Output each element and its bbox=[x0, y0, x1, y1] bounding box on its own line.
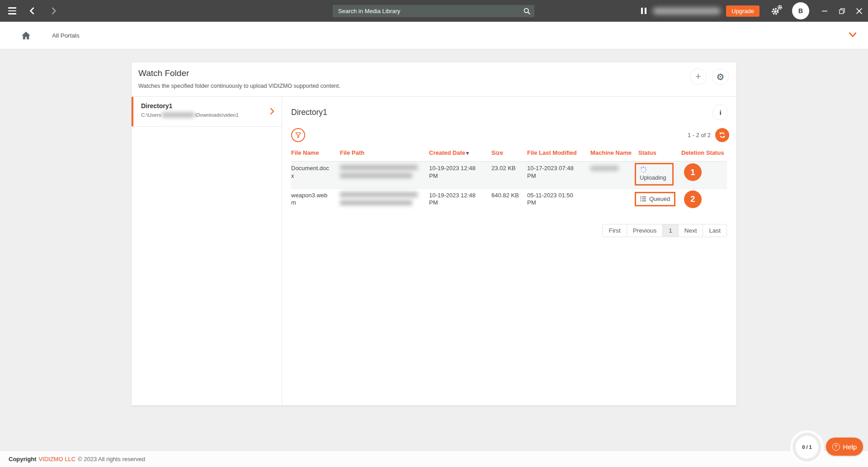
cell-created-date: 10-19-2023 12:48 PM bbox=[429, 165, 491, 180]
directory-list-item[interactable]: Directory1 C:\Users\Downloads\video1 bbox=[132, 97, 282, 127]
gear-icon: ⚙ bbox=[717, 72, 725, 81]
refresh-button[interactable] bbox=[715, 128, 729, 142]
panel-title: Directory1 bbox=[291, 108, 729, 117]
close-icon[interactable] bbox=[855, 7, 863, 14]
table-row[interactable]: weapon3.webm 10-19-2023 12:48 PM 640.82 … bbox=[291, 189, 727, 211]
cell-file-last-modified: 05-11-2023 01:50 PM bbox=[527, 192, 590, 207]
col-deletion-status[interactable]: Deletion Status bbox=[681, 149, 726, 157]
pagination-next-button[interactable]: Next bbox=[678, 224, 703, 237]
breadcrumb: All Portals bbox=[0, 22, 868, 49]
funnel-icon bbox=[295, 132, 302, 139]
col-size[interactable]: Size bbox=[491, 149, 527, 157]
files-table: File Name File Path Created Date▾ Size F… bbox=[291, 149, 727, 237]
toolbar-right: 1 - 2 of 2 bbox=[688, 128, 729, 142]
upgrade-button[interactable]: Upgrade bbox=[726, 5, 760, 17]
automation-gears-icon[interactable] bbox=[770, 4, 783, 18]
directory-panel: Directory1 i 1 - 2 of 2 bbox=[282, 97, 736, 405]
col-status[interactable]: Status bbox=[638, 149, 681, 157]
forward-arrow-icon[interactable] bbox=[49, 6, 58, 15]
pagination-last-button[interactable]: Last bbox=[703, 224, 727, 237]
annotation-badge-1: 1 bbox=[684, 163, 702, 181]
cell-size: 640.82 KB bbox=[491, 192, 527, 199]
pause-icon[interactable] bbox=[641, 8, 646, 14]
cell-size: 23.02 KB bbox=[491, 165, 527, 172]
cell-status: Uploading bbox=[638, 165, 681, 185]
status-label: Queued bbox=[649, 195, 670, 203]
question-icon: ? bbox=[832, 443, 840, 451]
media-library-search bbox=[333, 5, 534, 17]
cell-status: Queued bbox=[638, 192, 681, 206]
pagination-page-1-button[interactable]: 1 bbox=[662, 224, 679, 237]
col-machine-name[interactable]: Machine Name bbox=[590, 149, 638, 157]
cell-file-last-modified: 10-17-2023 07:48 PM bbox=[527, 165, 590, 180]
main-content: Watch Folder Watches the specified folde… bbox=[0, 49, 868, 450]
col-created-date[interactable]: Created Date▾ bbox=[429, 149, 491, 157]
top-bar: Upgrade B bbox=[0, 0, 868, 22]
status-label: Uploading bbox=[640, 174, 669, 181]
search-input[interactable] bbox=[333, 8, 519, 14]
pagination-first-button[interactable]: First bbox=[602, 224, 627, 237]
cell-deletion-status: 1 bbox=[681, 165, 726, 181]
cell-file-name: Document.docx bbox=[291, 165, 340, 180]
chevron-right-icon bbox=[270, 108, 274, 117]
status-highlight-box: Queued bbox=[635, 192, 675, 206]
col-file-last-modified[interactable]: File Last Modified bbox=[527, 149, 590, 157]
help-label: Help bbox=[843, 443, 857, 451]
home-icon[interactable] bbox=[21, 31, 31, 40]
spinner-icon bbox=[640, 166, 647, 173]
refresh-icon bbox=[718, 131, 726, 139]
cell-machine-name-redacted bbox=[590, 165, 638, 171]
back-arrow-icon[interactable] bbox=[28, 6, 37, 15]
info-icon[interactable]: i bbox=[712, 105, 728, 120]
topbar-left bbox=[0, 6, 58, 15]
watch-folder-card: Watch Folder Watches the specified folde… bbox=[132, 62, 736, 405]
table-body: Document.docx 10-19-2023 12:48 PM 23.02 … bbox=[291, 161, 727, 211]
trial-info-redacted bbox=[653, 8, 721, 14]
table-row[interactable]: Document.docx 10-19-2023 12:48 PM 23.02 … bbox=[291, 162, 727, 188]
col-file-name[interactable]: File Name bbox=[291, 149, 340, 157]
minimize-icon[interactable] bbox=[821, 7, 828, 14]
upload-progress-label: 0 / 1 bbox=[802, 444, 811, 450]
hamburger-menu-icon[interactable] bbox=[8, 7, 16, 14]
chevron-down-icon[interactable] bbox=[849, 32, 857, 40]
breadcrumb-all-portals[interactable]: All Portals bbox=[52, 32, 80, 39]
page-subtitle: Watches the specified folder continuousl… bbox=[138, 83, 340, 89]
filter-button[interactable] bbox=[291, 128, 305, 142]
directory-name: Directory1 bbox=[141, 102, 172, 110]
company-link[interactable]: VIDIZMO LLC bbox=[38, 456, 75, 462]
settings-button[interactable]: ⚙ bbox=[712, 68, 729, 85]
result-range-label: 1 - 2 of 2 bbox=[688, 132, 711, 138]
window-controls bbox=[821, 7, 863, 14]
page-title: Watch Folder bbox=[138, 68, 189, 78]
upload-progress-ring[interactable]: 0 / 1 bbox=[793, 433, 821, 462]
help-button[interactable]: ? Help bbox=[826, 438, 863, 456]
card-header: Watch Folder Watches the specified folde… bbox=[132, 62, 736, 97]
status-highlight-box: Uploading bbox=[635, 163, 674, 185]
table-header-row: File Name File Path Created Date▾ Size F… bbox=[291, 149, 727, 161]
copyright-label: Copyright bbox=[9, 456, 36, 462]
plus-icon: + bbox=[695, 71, 701, 81]
active-indicator bbox=[132, 97, 133, 126]
card-body: Directory1 C:\Users\Downloads\video1 Dir… bbox=[132, 97, 736, 405]
cell-deletion-status: 2 bbox=[681, 192, 726, 208]
sort-desc-icon: ▾ bbox=[466, 150, 469, 156]
pagination-previous-button[interactable]: Previous bbox=[627, 224, 663, 237]
user-avatar[interactable]: B bbox=[792, 2, 809, 19]
cell-file-path-redacted bbox=[340, 192, 429, 205]
rights-label: © 2023 All rights reserved bbox=[78, 456, 145, 462]
col-file-path[interactable]: File Path bbox=[340, 149, 429, 157]
cell-file-name: weapon3.webm bbox=[291, 192, 340, 207]
cell-created-date: 10-19-2023 12:48 PM bbox=[429, 192, 491, 207]
annotation-badge-2: 2 bbox=[684, 191, 702, 208]
topbar-right: Upgrade B bbox=[641, 0, 863, 22]
username-redacted bbox=[162, 112, 194, 118]
directory-path: C:\Users\Downloads\video1 bbox=[141, 112, 239, 118]
pagination: First Previous 1 Next Last bbox=[291, 224, 727, 237]
cell-file-path-redacted bbox=[340, 165, 429, 178]
queue-list-icon bbox=[640, 196, 646, 202]
search-icon[interactable] bbox=[519, 5, 534, 17]
add-watch-folder-button[interactable]: + bbox=[690, 68, 707, 85]
directory-list: Directory1 C:\Users\Downloads\video1 bbox=[132, 97, 282, 405]
restore-icon[interactable] bbox=[838, 7, 845, 14]
app-window: Upgrade B bbox=[0, 0, 868, 467]
